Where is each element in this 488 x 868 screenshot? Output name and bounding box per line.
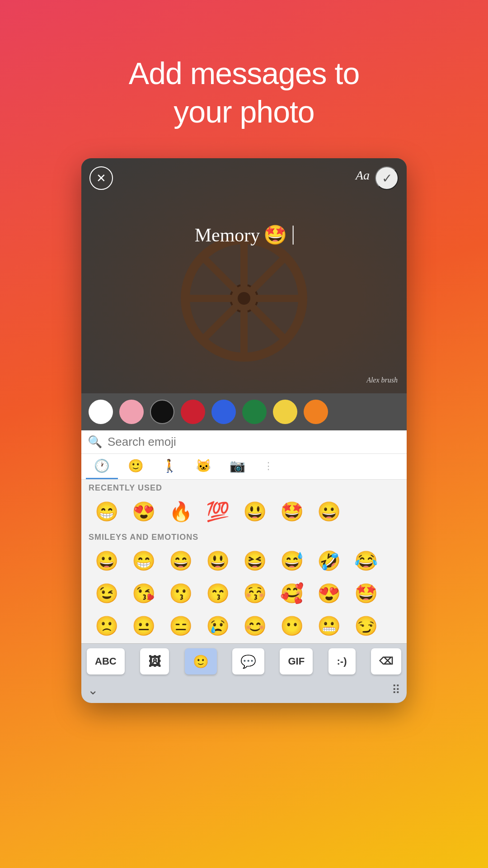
emoji-item[interactable]: 😃 [200,545,236,576]
confirm-button[interactable]: ✓ [375,166,399,190]
color-black[interactable] [150,400,174,424]
emoji-icon: 🙂 [193,654,209,669]
phone-container: ✕ ✓ Aa Memory 🤩 Alex brush 🔍 [81,158,407,703]
abc-button[interactable]: ABC [87,648,125,675]
emoji-item[interactable]: 😬 [311,610,347,642]
overlay-text: Memory [195,224,260,246]
emoji-item[interactable]: 😚 [237,577,273,609]
tab-recent[interactable]: 🕐 [86,454,118,479]
emoji-item[interactable]: 💯 [200,495,236,527]
overlay-emoji: 🤩 [263,224,287,246]
check-icon: ✓ [382,171,392,186]
color-orange[interactable] [304,400,328,424]
emoji-item[interactable]: 😀 [89,545,125,576]
tab-smileys[interactable]: 🙂 [120,454,152,479]
delete-button[interactable]: ⌫ [371,648,401,675]
emoji-item[interactable]: 😍 [126,495,162,527]
color-pink[interactable] [119,400,144,424]
color-white[interactable] [89,400,113,424]
recently-used-section: RECENTLY USED 😁 😍 🔥 💯 😃 🤩 😀 [81,480,407,529]
emoji-item[interactable]: 🥰 [274,577,310,609]
recently-used-grid: 😁 😍 🔥 💯 😃 🤩 😀 [89,495,399,527]
tab-objects[interactable]: 📷 [221,454,253,479]
emoji-item[interactable]: 😊 [237,610,273,642]
headline-line2: your photo [174,94,314,129]
color-bar [81,393,407,430]
color-yellow[interactable] [273,400,297,424]
emoji-item[interactable]: 😏 [348,610,384,642]
tab-more[interactable]: ⋮ [255,456,282,478]
headline-line1: Add messages to [129,56,359,90]
emoji-item[interactable]: 😅 [274,545,310,576]
emoji-item[interactable]: 😁 [89,495,125,527]
search-icon: 🔍 [88,435,102,449]
tab-animals[interactable]: 🐱 [188,454,220,479]
emoji-item[interactable]: 😘 [126,577,162,609]
emoji-item[interactable]: 😁 [126,545,162,576]
color-red[interactable] [181,400,205,424]
photo-area: ✕ ✓ Aa Memory 🤩 Alex brush [81,158,407,393]
bottom-nav: ⌄ ⠿ [81,679,407,703]
kaomoji-button[interactable]: :-) [328,648,356,675]
svg-line-7 [202,257,235,289]
emoji-item[interactable]: 🔥 [163,495,199,527]
font-toggle[interactable]: Aa [356,168,370,183]
search-bar: 🔍 [81,430,407,454]
emoji-item[interactable]: 😆 [237,545,273,576]
emoji-item[interactable]: 😑 [163,610,199,642]
close-icon: ✕ [96,171,106,185]
emoji-item[interactable]: 😉 [89,577,125,609]
emoji-item[interactable]: 🤩 [274,495,310,527]
tab-people[interactable]: 🚶 [154,454,186,479]
message-icon: 💬 [240,654,256,669]
svg-line-10 [202,308,235,340]
emoji-item[interactable]: 🤩 [348,577,384,609]
text-overlay: Memory 🤩 [195,224,294,246]
emoji-item[interactable]: 😂 [348,545,384,576]
emoji-item[interactable]: 🤣 [311,545,347,576]
keyboard-bar: ABC 🖼 🙂 💬 GIF :-) ⌫ [81,643,407,679]
font-credit: Alex brush [366,376,398,384]
emoji-item[interactable]: 😶 [274,610,310,642]
message-button[interactable]: 💬 [232,648,264,675]
emoji-button[interactable]: 🙂 [185,648,217,675]
color-blue[interactable] [211,400,236,424]
emoji-item[interactable]: 😃 [237,495,273,527]
color-green[interactable] [242,400,267,424]
svg-line-9 [253,257,286,289]
emoji-item[interactable]: 😗 [163,577,199,609]
emoji-item[interactable]: 😢 [200,610,236,642]
delete-icon: ⌫ [379,656,393,667]
search-input[interactable] [108,435,400,449]
emoji-item[interactable]: 😍 [311,577,347,609]
sticker-icon: 🖼 [148,654,161,669]
emoji-item[interactable]: 🙁 [89,610,125,642]
emoji-item[interactable]: 😀 [311,495,347,527]
gif-button[interactable]: GIF [280,648,313,675]
svg-line-8 [253,308,286,340]
emoji-panel: 🔍 🕐 🙂 🚶 🐱 📷 ⋮ RECENTLY USED 😁 😍 🔥 💯 😃 🤩 … [81,430,407,643]
sticker-button[interactable]: 🖼 [140,648,169,675]
collapse-chevron-icon[interactable]: ⌄ [88,683,98,698]
smileys-grid: 😀 😁 😄 😃 😆 😅 🤣 😂 😉 😘 😗 😙 😚 🥰 😍 🤩 🙁 😐 [89,545,399,642]
emoji-tabs: 🕐 🙂 🚶 🐱 📷 ⋮ [81,454,407,480]
text-cursor [292,226,293,245]
smileys-section: SMILEYS AND EMOTIONS 😀 😁 😄 😃 😆 😅 🤣 😂 😉 😘… [81,529,407,643]
emoji-item[interactable]: 😄 [163,545,199,576]
recently-used-label: RECENTLY USED [89,483,399,493]
close-button[interactable]: ✕ [89,166,113,190]
emoji-item[interactable]: 😐 [126,610,162,642]
headline: Add messages to your photo [75,54,413,131]
smileys-label: SMILEYS AND EMOTIONS [89,533,399,542]
grid-icon[interactable]: ⠿ [392,683,400,697]
svg-point-1 [238,292,250,305]
emoji-item[interactable]: 😙 [200,577,236,609]
